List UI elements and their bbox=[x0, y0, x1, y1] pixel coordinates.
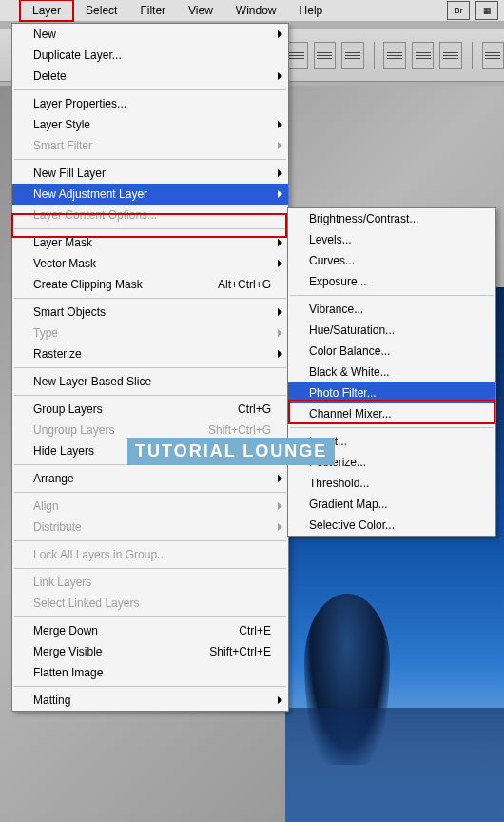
menu-separator bbox=[290, 295, 494, 296]
menu2-item[interactable]: Threshold... bbox=[288, 473, 495, 494]
menu2-item[interactable]: Curves... bbox=[288, 250, 495, 271]
menu-item-label: New Layer Based Slice bbox=[33, 375, 271, 388]
menu1-item[interactable]: Matting bbox=[12, 690, 288, 711]
submenu-arrow-icon bbox=[278, 260, 282, 267]
menu2-item[interactable]: Vibrance... bbox=[288, 299, 495, 320]
menu-window[interactable]: Window bbox=[224, 1, 288, 20]
menu1-item[interactable]: New Layer Based Slice bbox=[12, 371, 288, 392]
menu-item-label: Threshold... bbox=[309, 477, 478, 490]
menu1-item[interactable]: New Adjustment Layer bbox=[12, 184, 288, 205]
menu1-item[interactable]: Flatten Image bbox=[12, 662, 288, 683]
menu1-item[interactable]: Rasterize bbox=[12, 343, 288, 364]
menu1-item: Layer Content Options... bbox=[12, 205, 288, 225]
screen-mode-icon[interactable]: ▦ bbox=[475, 1, 498, 20]
adjustment-layer-submenu: Brightness/Contrast...Levels...Curves...… bbox=[287, 207, 496, 537]
menu1-item: Type bbox=[12, 323, 288, 343]
submenu-arrow-icon bbox=[278, 190, 282, 198]
menu1-item[interactable]: Vector Mask bbox=[12, 253, 288, 274]
watermark: TUTORIAL LOUNGE bbox=[127, 438, 335, 465]
menu-item-label: Delete bbox=[33, 69, 271, 83]
submenu-arrow-icon bbox=[278, 523, 282, 531]
align-btn-5[interactable] bbox=[412, 42, 435, 68]
menu1-item[interactable]: Layer Style bbox=[12, 114, 288, 135]
menu-item-label: Levels... bbox=[309, 233, 478, 246]
menu-separator bbox=[290, 427, 494, 428]
menu-item-label: Align bbox=[33, 499, 271, 513]
menu-layer[interactable]: Layer bbox=[19, 0, 74, 22]
menu-item-label: Create Clipping Mask bbox=[33, 278, 218, 291]
menu-item-shortcut: Shift+Ctrl+E bbox=[209, 645, 271, 658]
submenu-arrow-icon bbox=[278, 329, 282, 337]
menu1-item: Align bbox=[12, 496, 288, 517]
menu1-item[interactable]: New Fill Layer bbox=[12, 163, 288, 184]
menu-item-label: Link Layers bbox=[33, 576, 271, 589]
menu-item-label: Gradient Map... bbox=[309, 498, 478, 511]
menu1-item[interactable]: Delete bbox=[12, 66, 288, 87]
menu1-item[interactable]: Create Clipping MaskAlt+Ctrl+G bbox=[12, 274, 288, 295]
menu1-item[interactable]: Merge DownCtrl+E bbox=[12, 620, 288, 641]
menu1-item[interactable]: New bbox=[12, 24, 288, 45]
menu1-item: Distribute bbox=[12, 517, 288, 538]
menu-item-label: Distribute bbox=[33, 520, 271, 534]
menu-item-label: Curves... bbox=[309, 254, 478, 267]
menu2-item[interactable]: Brightness/Contrast... bbox=[288, 208, 495, 229]
align-btn-4[interactable] bbox=[383, 42, 406, 68]
menu2-item[interactable]: Levels... bbox=[288, 229, 495, 250]
menu-help[interactable]: Help bbox=[288, 1, 335, 20]
menu-view[interactable]: View bbox=[177, 1, 224, 20]
menu-separator bbox=[14, 367, 286, 368]
menu-item-label: New Fill Layer bbox=[33, 166, 271, 180]
menu-separator bbox=[14, 568, 286, 569]
menu2-item[interactable]: Selective Color... bbox=[288, 515, 495, 536]
submenu-arrow-icon bbox=[278, 121, 282, 128]
menu1-item[interactable]: Layer Mask bbox=[12, 232, 288, 253]
menu2-item[interactable]: Exposure... bbox=[288, 271, 495, 292]
menu-item-label: New bbox=[33, 28, 271, 41]
menu2-item[interactable]: Photo Filter... bbox=[288, 382, 495, 403]
menu-item-label: Type bbox=[33, 326, 271, 340]
menu-select[interactable]: Select bbox=[74, 1, 128, 20]
menu-item-label: Layer Style bbox=[33, 118, 271, 131]
menu-separator bbox=[14, 395, 286, 396]
menu1-item[interactable]: Duplicate Layer... bbox=[12, 45, 288, 66]
menu-item-shortcut: Shift+Ctrl+G bbox=[208, 423, 271, 437]
menu-item-label: Exposure... bbox=[309, 275, 478, 288]
menu-item-label: Lock All Layers in Group... bbox=[33, 548, 271, 561]
menu-item-label: Smart Filter bbox=[33, 139, 271, 152]
menu-bar: Layer Select Filter View Window Help Br … bbox=[0, 0, 504, 21]
menu-item-label: Selective Color... bbox=[309, 519, 478, 532]
menu-item-label: Select Linked Layers bbox=[33, 597, 271, 610]
menu-item-label: Vibrance... bbox=[309, 303, 478, 316]
menu-item-label: Duplicate Layer... bbox=[33, 49, 271, 62]
align-btn-7[interactable] bbox=[482, 42, 504, 68]
submenu-arrow-icon bbox=[278, 308, 282, 316]
menu-item-label: Vector Mask bbox=[33, 257, 271, 270]
menu-item-label: Ungroup Layers bbox=[33, 423, 208, 437]
menu1-item[interactable]: Arrange bbox=[12, 468, 288, 489]
menu-filter[interactable]: Filter bbox=[128, 1, 177, 20]
menu1-item[interactable]: Layer Properties... bbox=[12, 93, 288, 114]
submenu-arrow-icon bbox=[278, 696, 282, 704]
submenu-arrow-icon bbox=[278, 142, 282, 149]
layer-menu: NewDuplicate Layer...DeleteLayer Propert… bbox=[11, 23, 289, 712]
align-btn-3[interactable] bbox=[341, 42, 364, 68]
menu1-item[interactable]: Group LayersCtrl+G bbox=[12, 399, 288, 420]
menu1-item: Smart Filter bbox=[12, 135, 288, 156]
menu2-item[interactable]: Hue/Saturation... bbox=[288, 320, 495, 341]
submenu-arrow-icon bbox=[278, 72, 282, 80]
menu1-item[interactable]: Smart Objects bbox=[12, 302, 288, 323]
menu2-item[interactable]: Black & White... bbox=[288, 362, 495, 382]
menu2-item[interactable]: Channel Mixer... bbox=[288, 403, 495, 424]
menu-item-label: Layer Mask bbox=[33, 236, 271, 249]
menu2-item[interactable]: Gradient Map... bbox=[288, 494, 495, 515]
menu-separator bbox=[14, 228, 286, 229]
menu2-item[interactable]: Color Balance... bbox=[288, 341, 495, 362]
align-btn-2[interactable] bbox=[314, 42, 337, 68]
menu-item-shortcut: Ctrl+G bbox=[238, 402, 271, 416]
align-btn-6[interactable] bbox=[439, 42, 462, 68]
menu-separator bbox=[14, 686, 286, 687]
bridge-icon[interactable]: Br bbox=[447, 1, 470, 20]
menu-item-label: Merge Visible bbox=[33, 645, 209, 658]
menu1-item[interactable]: Merge VisibleShift+Ctrl+E bbox=[12, 641, 288, 662]
menu-item-label: Flatten Image bbox=[33, 666, 271, 679]
